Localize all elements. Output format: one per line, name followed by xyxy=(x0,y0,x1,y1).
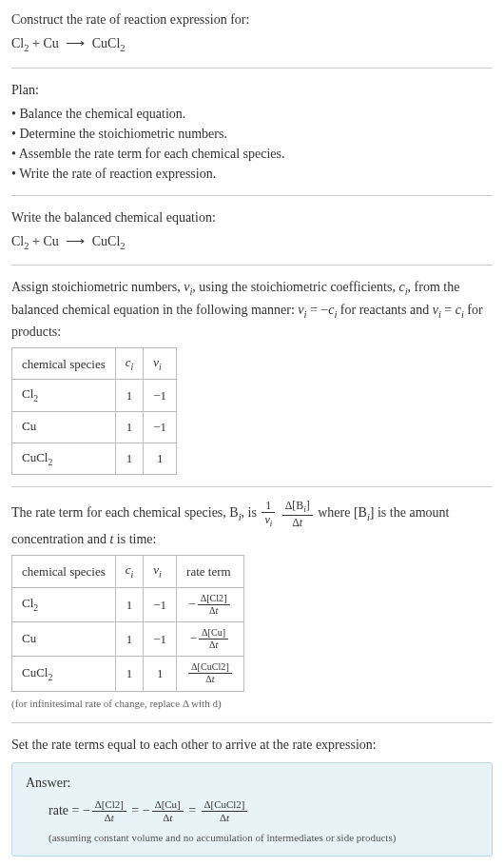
rateterm-section: The rate term for each chemical species,… xyxy=(11,499,493,723)
construct-title: Construct the rate of reaction expressio… xyxy=(11,10,493,30)
final-section: Set the rate terms equal to each other t… xyxy=(11,735,493,856)
fraction: Δ[Cl2]Δt xyxy=(92,798,126,824)
col-ci: ci xyxy=(115,556,144,587)
cell-nu: −1 xyxy=(144,411,177,443)
final-title: Set the rate terms equal to each other t… xyxy=(11,735,493,755)
plan-item: • Balance the chemical equation. xyxy=(11,104,493,124)
plan-item: • Determine the stoichiometric numbers. xyxy=(11,124,493,144)
table-row: Cu 1 −1 xyxy=(12,411,177,443)
cell-species: Cl2 xyxy=(12,380,116,411)
reactant-cu: Cu xyxy=(43,234,58,248)
header-section: Construct the rate of reaction expressio… xyxy=(11,10,493,69)
answer-box: Answer: rate = −Δ[Cl2]Δt = −Δ[Cu]Δt = Δ[… xyxy=(11,762,493,856)
product-cucl2: CuCl2 xyxy=(92,36,126,50)
stoich-section: Assign stoichiometric numbers, νi, using… xyxy=(11,277,493,487)
fraction: Δ[Cu]Δt xyxy=(152,798,184,824)
cell-species: Cl2 xyxy=(12,587,116,621)
table-row: CuCl2 1 1 Δ[CuCl2]Δt xyxy=(12,657,244,691)
plan-list: • Balance the chemical equation. • Deter… xyxy=(11,104,493,184)
col-species: chemical species xyxy=(12,348,116,380)
fraction: Δ[CuCl2]Δt xyxy=(202,798,248,824)
balanced-section: Write the balanced chemical equation: Cl… xyxy=(11,207,493,266)
fraction: 1 νi xyxy=(262,499,275,529)
col-ci: ci xyxy=(115,348,144,380)
stoich-text: Assign stoichiometric numbers, νi, using… xyxy=(11,277,493,342)
cell-c: 1 xyxy=(115,657,144,691)
cell-nu: −1 xyxy=(144,380,177,411)
cell-nu: −1 xyxy=(144,621,177,656)
table-row: Cu 1 −1 −Δ[Cu]Δt xyxy=(12,621,244,656)
table-row: Cl2 1 −1 xyxy=(12,380,177,411)
cell-nu: 1 xyxy=(144,443,177,474)
reaction-arrow-icon: ⟶ xyxy=(66,231,85,251)
balanced-equation: Cl2 + Cu ⟶ CuCl2 xyxy=(11,231,493,254)
stoich-table: chemical species ci νi Cl2 1 −1 Cu 1 −1 … xyxy=(11,347,177,475)
cell-rateterm: −Δ[Cu]Δt xyxy=(177,621,244,656)
fraction: Δ[CuCl2]Δt xyxy=(188,661,232,685)
table-row: Cl2 1 −1 −Δ[Cl2]Δt xyxy=(12,587,244,621)
answer-rate-expression: rate = −Δ[Cl2]Δt = −Δ[Cu]Δt = Δ[CuCl2]Δt xyxy=(48,798,478,824)
fraction: Δ[Bi] Δt xyxy=(282,499,313,529)
plan-item: • Assemble the rate term for each chemic… xyxy=(11,144,493,164)
cell-rateterm: Δ[CuCl2]Δt xyxy=(177,657,244,691)
col-rate: rate term xyxy=(177,556,244,587)
cell-c: 1 xyxy=(115,621,144,656)
rateterm-table: chemical species ci νi rate term Cl2 1 −… xyxy=(11,555,244,691)
rateterm-text: The rate term for each chemical species,… xyxy=(11,499,493,549)
answer-label: Answer: xyxy=(26,773,478,793)
col-nui: νi xyxy=(144,348,177,380)
col-nui: νi xyxy=(144,556,177,587)
cell-c: 1 xyxy=(115,411,144,443)
reaction-arrow-icon: ⟶ xyxy=(66,33,85,53)
reactant-cu: Cu xyxy=(43,36,58,50)
cell-c: 1 xyxy=(115,443,144,474)
cell-c: 1 xyxy=(115,380,144,411)
reaction-equation: Cl2 + Cu ⟶ CuCl2 xyxy=(11,33,493,56)
product-cucl2: CuCl2 xyxy=(92,234,126,248)
balanced-title: Write the balanced chemical equation: xyxy=(11,207,493,227)
cell-nu: −1 xyxy=(144,587,177,621)
cell-species: CuCl2 xyxy=(12,657,116,691)
col-species: chemical species xyxy=(12,556,116,587)
cell-species: Cu xyxy=(12,621,116,656)
answer-assumption-note: (assuming constant volume and no accumul… xyxy=(48,830,478,846)
cell-nu: 1 xyxy=(144,657,177,691)
table-row: CuCl2 1 1 xyxy=(12,443,177,474)
reactant-cl2: Cl2 xyxy=(11,234,29,248)
plan-section: Plan: • Balance the chemical equation. •… xyxy=(11,80,493,196)
infinitesimal-note: (for infinitesimal rate of change, repla… xyxy=(11,696,493,712)
plan-item: • Write the rate of reaction expression. xyxy=(11,164,493,184)
cell-species: Cu xyxy=(12,411,116,443)
cell-species: CuCl2 xyxy=(12,443,116,474)
table-header-row: chemical species ci νi rate term xyxy=(12,556,244,587)
fraction: Δ[Cu]Δt xyxy=(199,627,228,651)
fraction: Δ[Cl2]Δt xyxy=(198,593,230,617)
reactant-cl2: Cl2 xyxy=(11,36,29,50)
cell-c: 1 xyxy=(115,587,144,621)
plan-title: Plan: xyxy=(11,80,493,100)
table-header-row: chemical species ci νi xyxy=(12,348,177,380)
cell-rateterm: −Δ[Cl2]Δt xyxy=(177,587,244,621)
